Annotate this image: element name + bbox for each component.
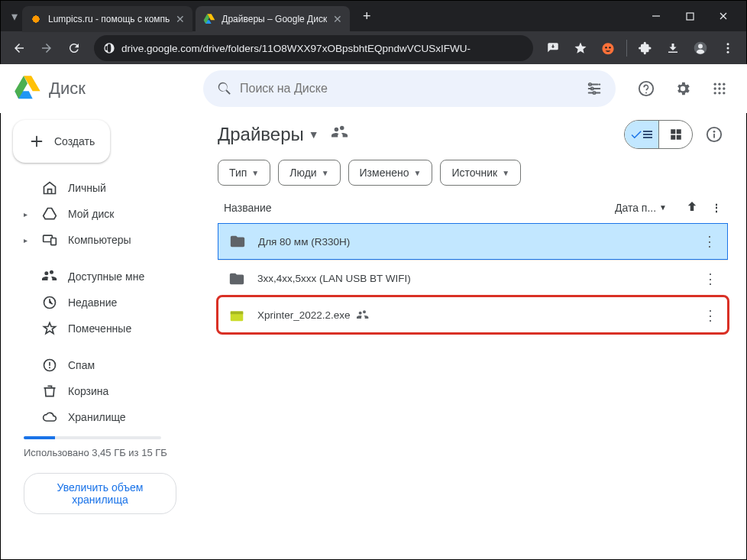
spam-icon bbox=[42, 358, 57, 373]
svg-point-19 bbox=[718, 87, 720, 89]
favicon-lumpics bbox=[30, 13, 42, 25]
browser-tab[interactable]: Драйверы – Google Диск ✕ bbox=[196, 6, 350, 32]
search-input[interactable] bbox=[240, 82, 579, 95]
svg-rect-34 bbox=[231, 311, 244, 314]
browser-toolbar: drive.google.com/drive/folders/11O8WXX97… bbox=[1, 31, 746, 65]
sidebar-item-star[interactable]: Помеченные bbox=[13, 316, 187, 342]
svg-rect-32 bbox=[713, 134, 715, 138]
sidebar-item-drive[interactable]: ▸Мой диск bbox=[13, 201, 187, 227]
plus-icon bbox=[28, 133, 45, 150]
search-icon[interactable] bbox=[209, 80, 240, 97]
extension-icon[interactable] bbox=[596, 36, 620, 60]
drive-logo[interactable]: Диск bbox=[12, 73, 203, 104]
more-icon[interactable]: ⋮ bbox=[703, 307, 717, 324]
minimize-button[interactable] bbox=[645, 5, 667, 27]
file-row[interactable]: Xprinter_2022.2.exe ⋮ bbox=[218, 296, 728, 333]
chevron-down-icon: ▼ bbox=[309, 128, 319, 141]
sidebar-item-label: Недавние bbox=[68, 296, 117, 309]
help-icon[interactable] bbox=[631, 73, 661, 104]
svg-point-10 bbox=[727, 51, 729, 53]
downloads-button[interactable] bbox=[661, 36, 685, 60]
menu-button[interactable] bbox=[716, 36, 740, 60]
favicon-drive bbox=[203, 13, 215, 25]
close-window-button[interactable] bbox=[713, 5, 734, 27]
reload-button[interactable] bbox=[62, 36, 86, 60]
svg-point-22 bbox=[718, 92, 720, 94]
list-view-button[interactable] bbox=[625, 121, 658, 148]
svg-point-29 bbox=[49, 367, 50, 368]
sidebar-item-clock[interactable]: Недавние bbox=[13, 290, 187, 316]
sidebar-item-label: Спам bbox=[68, 359, 95, 371]
sidebar-item-home[interactable]: Личный bbox=[13, 175, 187, 201]
sidebar-item-spam[interactable]: Спам bbox=[13, 352, 187, 378]
app-header: Диск bbox=[0, 64, 747, 113]
logo-text: Диск bbox=[49, 79, 86, 99]
create-label: Создать bbox=[54, 135, 95, 147]
chevron-down-icon: ▼ bbox=[502, 169, 509, 177]
chevron-down-icon: ▼ bbox=[413, 169, 421, 177]
column-name[interactable]: Название bbox=[224, 202, 615, 214]
file-row[interactable]: Для 80 мм (R330H)⋮ bbox=[218, 223, 728, 260]
devices-icon bbox=[42, 232, 57, 248]
address-bar[interactable]: drive.google.com/drive/folders/11O8WXX97… bbox=[94, 35, 533, 61]
settings-icon[interactable] bbox=[668, 73, 698, 104]
folder-title[interactable]: Драйверы ▼ bbox=[218, 124, 319, 145]
file-icon bbox=[228, 307, 247, 324]
chevron-down-icon: ▼ bbox=[659, 203, 667, 212]
more-icon[interactable]: ⋮ bbox=[703, 233, 716, 250]
drive-icon bbox=[42, 206, 57, 222]
tab-list-icon[interactable]: ▾ bbox=[11, 9, 18, 24]
sidebar-item-label: Корзина bbox=[68, 385, 108, 397]
search-filter-icon[interactable] bbox=[579, 80, 610, 97]
svg-point-17 bbox=[723, 83, 725, 86]
sidebar-item-label: Помеченные bbox=[68, 322, 131, 335]
chevron-right-icon: ▸ bbox=[24, 236, 31, 244]
apps-icon[interactable] bbox=[704, 73, 735, 104]
star-icon bbox=[42, 321, 57, 336]
extensions-button[interactable] bbox=[633, 36, 658, 60]
bookmark-icon[interactable] bbox=[568, 36, 593, 60]
svg-point-31 bbox=[713, 131, 716, 133]
info-icon[interactable] bbox=[700, 121, 728, 148]
file-name: Xprinter_2022.2.exe bbox=[257, 309, 703, 322]
new-tab-button[interactable]: + bbox=[356, 5, 377, 27]
filter-chip[interactable]: Источник▼ bbox=[440, 160, 521, 186]
drive-logo-icon bbox=[12, 73, 43, 104]
install-app-icon[interactable] bbox=[541, 36, 565, 60]
close-icon[interactable]: ✕ bbox=[333, 13, 342, 25]
titlebar: ▾ Lumpics.ru - помощь с компь ✕ Драйверы… bbox=[1, 1, 746, 31]
filter-chip[interactable]: Тип▼ bbox=[218, 160, 270, 186]
cloud-icon bbox=[42, 409, 57, 425]
grid-view-button[interactable] bbox=[658, 121, 692, 148]
browser-tab[interactable]: Lumpics.ru - помощь с компь ✕ bbox=[22, 6, 192, 32]
svg-rect-1 bbox=[687, 13, 694, 20]
sidebar-item-label: Доступные мне bbox=[68, 270, 144, 283]
search-bar[interactable] bbox=[203, 70, 616, 107]
site-settings-icon[interactable] bbox=[103, 42, 115, 54]
filter-chip[interactable]: Люди▼ bbox=[278, 160, 340, 186]
sidebar-item-shared[interactable]: Доступные мне bbox=[13, 264, 187, 290]
more-icon[interactable]: ⋮ bbox=[703, 270, 717, 287]
folder-icon bbox=[229, 233, 247, 250]
svg-point-16 bbox=[718, 83, 720, 86]
upgrade-storage-button[interactable]: Увеличить объем хранилища bbox=[24, 473, 176, 514]
sidebar-item-label: Хранилище bbox=[68, 411, 126, 423]
share-icon[interactable] bbox=[331, 125, 348, 144]
svg-point-20 bbox=[723, 87, 725, 89]
browser-chrome: ▾ Lumpics.ru - помощь с компь ✕ Драйверы… bbox=[1, 1, 746, 65]
sidebar-item-trash[interactable]: Корзина bbox=[13, 378, 187, 404]
sidebar: Создать Личный▸Мой диск▸Компьютеры Досту… bbox=[1, 65, 199, 560]
column-date[interactable]: Дата п... ▼ bbox=[615, 202, 667, 214]
filter-chip[interactable]: Изменено▼ bbox=[348, 160, 433, 186]
sort-up-icon[interactable] bbox=[685, 199, 699, 215]
profile-button[interactable] bbox=[688, 36, 713, 60]
forward-button[interactable] bbox=[34, 36, 59, 60]
create-button[interactable]: Создать bbox=[13, 120, 110, 163]
back-button[interactable] bbox=[7, 36, 31, 60]
more-icon[interactable]: ⋮ bbox=[711, 202, 722, 214]
sidebar-item-cloud[interactable]: Хранилище bbox=[13, 404, 187, 430]
maximize-button[interactable] bbox=[679, 5, 700, 27]
sidebar-item-devices[interactable]: ▸Компьютеры bbox=[13, 227, 187, 253]
close-icon[interactable]: ✕ bbox=[176, 13, 185, 25]
file-row[interactable]: 3xx,4xx,5xxx (LAN USB BT WIFI)⋮ bbox=[218, 260, 728, 296]
